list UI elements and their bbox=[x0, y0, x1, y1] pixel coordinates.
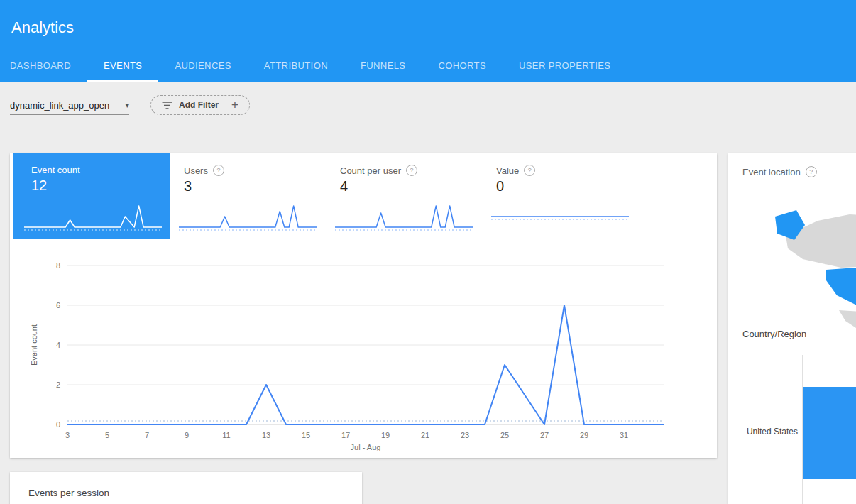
event-count-sparkline bbox=[22, 200, 164, 233]
metric-tab-count-per-user[interactable]: Count per user ? 4 bbox=[326, 153, 482, 239]
tab-cohorts[interactable]: COHORTS bbox=[422, 50, 503, 82]
svg-text:2: 2 bbox=[56, 380, 60, 389]
help-icon[interactable]: ? bbox=[524, 165, 535, 176]
svg-text:7: 7 bbox=[145, 431, 149, 439]
svg-text:13: 13 bbox=[262, 431, 270, 439]
users-sparkline bbox=[177, 200, 319, 233]
analytics-screen: Analytics DASHBOARD EVENTS AUDIENCES ATT… bbox=[0, 0, 856, 504]
count-per-user-sparkline bbox=[333, 200, 475, 233]
svg-text:6: 6 bbox=[56, 301, 60, 309]
north-america-map bbox=[771, 189, 856, 349]
svg-text:21: 21 bbox=[421, 431, 429, 439]
page-title: Analytics bbox=[11, 18, 74, 37]
tab-audiences[interactable]: AUDIENCES bbox=[158, 50, 247, 82]
chevron-down-icon: ▾ bbox=[125, 101, 129, 110]
value-sparkline bbox=[489, 200, 631, 233]
svg-text:Jul - Aug: Jul - Aug bbox=[351, 443, 381, 451]
svg-text:19: 19 bbox=[381, 431, 390, 439]
filter-icon bbox=[162, 101, 172, 110]
tab-dashboard[interactable]: DASHBOARD bbox=[0, 50, 87, 82]
metric-label: Value bbox=[496, 165, 519, 176]
svg-text:31: 31 bbox=[620, 431, 628, 439]
tab-bar: DASHBOARD EVENTS AUDIENCES ATTRIBUTION F… bbox=[0, 50, 627, 82]
add-filter-label: Add Filter bbox=[179, 100, 219, 110]
app-header: Analytics DASHBOARD EVENTS AUDIENCES ATT… bbox=[0, 0, 856, 82]
united-states-label: United States bbox=[728, 427, 798, 437]
y-axis-label: Event count bbox=[30, 288, 38, 402]
svg-text:15: 15 bbox=[302, 431, 310, 439]
tab-user-properties[interactable]: USER PROPERTIES bbox=[503, 50, 627, 82]
metric-tabs: Event count 12 Users ? 3 Count per user … bbox=[10, 153, 717, 239]
tab-funnels[interactable]: FUNNELS bbox=[344, 50, 422, 82]
svg-text:29: 29 bbox=[580, 431, 588, 439]
map-united-states-highlighted bbox=[826, 263, 856, 308]
metric-label: Count per user bbox=[340, 165, 401, 176]
events-per-session-card: Events per session bbox=[10, 472, 362, 504]
metric-value: 3 bbox=[184, 178, 316, 195]
filter-bar: dynamic_link_app_open ▾ Add Filter + bbox=[0, 82, 856, 153]
metric-tab-value[interactable]: Value ? 0 bbox=[482, 153, 638, 239]
help-icon[interactable]: ? bbox=[406, 165, 417, 176]
country-region-header: Country/Region bbox=[742, 329, 806, 339]
svg-text:5: 5 bbox=[105, 431, 109, 439]
plus-icon: + bbox=[231, 98, 238, 112]
event-location-card: Event location ? Country/Region United S… bbox=[728, 153, 856, 504]
events-per-session-title: Events per session bbox=[28, 488, 109, 498]
svg-text:0: 0 bbox=[56, 420, 60, 429]
united-states-bar bbox=[803, 387, 856, 479]
location-card-title: Event location bbox=[742, 167, 801, 177]
tab-attribution[interactable]: ATTRIBUTION bbox=[248, 50, 344, 82]
map-mexico bbox=[839, 310, 856, 340]
help-icon[interactable]: ? bbox=[213, 165, 224, 176]
tab-events[interactable]: EVENTS bbox=[87, 50, 158, 82]
help-icon[interactable]: ? bbox=[806, 166, 817, 177]
svg-text:23: 23 bbox=[461, 431, 469, 439]
event-select-value: dynamic_link_app_open bbox=[10, 100, 109, 111]
metric-value: 0 bbox=[496, 178, 628, 195]
metric-label: Users bbox=[184, 165, 208, 176]
event-select-dropdown[interactable]: dynamic_link_app_open ▾ bbox=[10, 96, 129, 115]
svg-text:8: 8 bbox=[56, 261, 60, 270]
event-metrics-card: Event count 12 Users ? 3 Count per user … bbox=[10, 153, 717, 458]
add-filter-button[interactable]: Add Filter + bbox=[150, 95, 250, 115]
metric-tab-users[interactable]: Users ? 3 bbox=[170, 153, 326, 239]
main-line-chart: 0246835791113151719212325272931Jul - Aug bbox=[39, 251, 678, 457]
svg-text:25: 25 bbox=[500, 431, 509, 439]
svg-text:27: 27 bbox=[540, 431, 549, 439]
svg-text:4: 4 bbox=[56, 341, 60, 349]
metric-value: 12 bbox=[31, 177, 160, 194]
svg-text:9: 9 bbox=[185, 431, 189, 439]
metric-value: 4 bbox=[340, 178, 472, 195]
svg-text:11: 11 bbox=[222, 431, 230, 439]
svg-text:3: 3 bbox=[65, 431, 70, 439]
metric-label: Event count bbox=[31, 165, 80, 175]
metric-tab-event-count[interactable]: Event count 12 bbox=[13, 153, 170, 239]
svg-text:17: 17 bbox=[341, 431, 350, 439]
